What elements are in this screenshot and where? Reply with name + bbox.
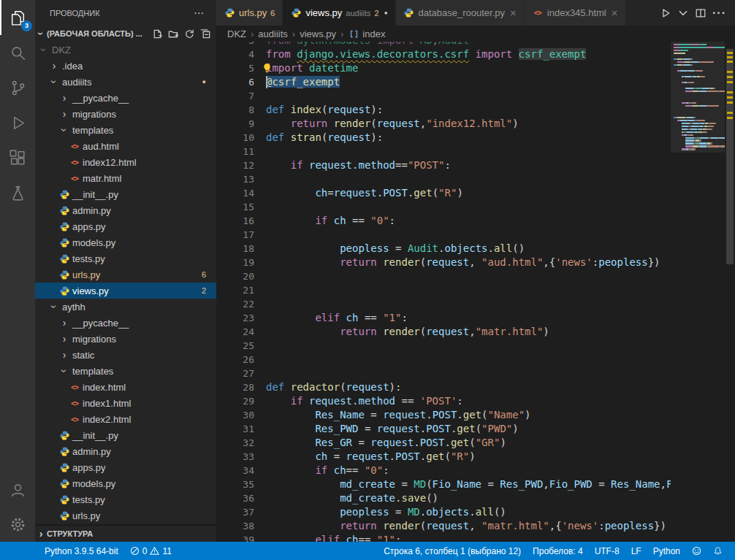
code-line-4[interactable]: 4from django.views.decorators.csrf impor… bbox=[216, 47, 671, 61]
code-line-21[interactable]: 21 bbox=[216, 283, 671, 297]
split-editor-button[interactable] bbox=[695, 7, 707, 19]
tab-urls.py[interactable]: urls.py6 bbox=[216, 0, 283, 26]
tree-file-__init__.py[interactable]: __init__.py bbox=[35, 186, 216, 202]
activity-search-button[interactable] bbox=[0, 35, 35, 70]
code-line-37[interactable]: 37 peopless = MD.objects.all() bbox=[216, 505, 671, 519]
code-line-18[interactable]: 18 peopless = Audit.objects.all() bbox=[216, 242, 671, 256]
tree-file-aud.html[interactable]: <>aud.html bbox=[35, 138, 216, 154]
collapse-all-button[interactable] bbox=[199, 27, 212, 40]
refresh-button[interactable] bbox=[183, 27, 196, 40]
activity-extensions-button[interactable] bbox=[0, 140, 35, 175]
indentation-status[interactable]: Пробелов: 4 bbox=[528, 542, 588, 560]
code-line-34[interactable]: 34 if ch== "0": bbox=[216, 464, 671, 477]
encoding-status[interactable]: UTF-8 bbox=[590, 542, 625, 560]
new-file-button[interactable] bbox=[151, 27, 164, 40]
code-line-11[interactable]: 11 bbox=[216, 145, 671, 158]
tree-file-views.py[interactable]: views.py2 bbox=[35, 283, 216, 299]
tree-file-apps.py[interactable]: apps.py bbox=[35, 459, 216, 475]
code-line-3[interactable]: 3from aythh.models import MD,Audit bbox=[216, 42, 671, 47]
code-line-23[interactable]: 23 elif ch == "1": bbox=[216, 311, 671, 325]
tree-file-index2.html[interactable]: <>index2.html bbox=[35, 411, 216, 427]
code-line-9[interactable]: 9 return render(request,"index12.html") bbox=[216, 117, 671, 131]
tree-folder-aythh[interactable]: ›aythh bbox=[35, 299, 216, 315]
lightbulb-icon[interactable] bbox=[262, 63, 273, 74]
workspace-section-header[interactable]: › (РАБОЧАЯ ОБЛАСТЬ) ... bbox=[35, 26, 216, 42]
code-line-35[interactable]: 35 md_create = MD(Fio_Name = Res_PWD,Fio… bbox=[216, 477, 671, 491]
tree-file-urls.py[interactable]: urls.py6 bbox=[35, 266, 216, 283]
code-line-27[interactable]: 27 bbox=[216, 367, 671, 380]
activity-testing-button[interactable] bbox=[0, 175, 35, 210]
outline-section-header[interactable]: › СТРУКТУРА bbox=[35, 525, 216, 542]
code-line-33[interactable]: 33 ch = request.POST.get("R") bbox=[216, 450, 671, 464]
code-line-14[interactable]: 14 ch=request.POST.get("R") bbox=[216, 186, 671, 200]
minimap[interactable] bbox=[671, 42, 725, 542]
code-line-22[interactable]: 22 bbox=[216, 297, 671, 311]
more-button[interactable]: ··· bbox=[712, 7, 726, 20]
tree-folder-audiiits[interactable]: ›audiiits● bbox=[35, 74, 216, 90]
code-line-10[interactable]: 10def stran(request): bbox=[216, 131, 671, 145]
code-line-38[interactable]: 38 return render(request, "matr.html",{'… bbox=[216, 519, 671, 533]
problems-status[interactable]: 0 11 bbox=[125, 542, 177, 560]
breadcrumb-symbol[interactable]: index bbox=[348, 28, 385, 39]
activity-explorer-button[interactable]: 3 bbox=[0, 0, 35, 35]
python-interpreter-status[interactable]: Python 3.9.5 64-bit bbox=[39, 542, 123, 560]
eol-status[interactable]: LF bbox=[626, 542, 647, 560]
code-line-8[interactable]: 8def index(request): bbox=[216, 103, 671, 117]
code-line-12[interactable]: 12 if request.method=="POST": bbox=[216, 158, 671, 172]
cursor-position-status[interactable]: Строка 6, столбец 1 (выбрано 12) bbox=[378, 542, 526, 560]
dirty-indicator-icon[interactable]: ● bbox=[384, 9, 388, 16]
language-status[interactable]: Python bbox=[648, 542, 685, 560]
tree-file-apps.py[interactable]: apps.py bbox=[35, 218, 216, 234]
more-actions-icon[interactable]: ··· bbox=[194, 9, 205, 18]
code-line-31[interactable]: 31 Res_PWD = request.POST.get("PWD") bbox=[216, 422, 671, 436]
tree-file-matr.html[interactable]: <>matr.html bbox=[35, 170, 216, 186]
tab-views.py[interactable]: views.pyaudiiits2● bbox=[283, 0, 395, 26]
code-line-29[interactable]: 29 if request.method == 'POST': bbox=[216, 394, 671, 408]
tree-file-urls.py[interactable]: urls.py bbox=[35, 507, 216, 523]
breadcrumb-audiiits[interactable]: audiiits bbox=[258, 28, 287, 39]
activity-run-debug-button[interactable] bbox=[0, 105, 35, 140]
code-line-39[interactable]: 39 elif ch== "1": bbox=[216, 533, 671, 542]
code-line-19[interactable]: 19 return render(request, "aud.html",{'n… bbox=[216, 256, 671, 269]
code-line-15[interactable]: 15 bbox=[216, 200, 671, 214]
close-icon[interactable]: × bbox=[510, 7, 517, 18]
tab-index345.html[interactable]: <>index345.html× bbox=[525, 0, 626, 26]
tree-folder-templates[interactable]: ›templates bbox=[35, 122, 216, 138]
tree-file-models.py[interactable]: models.py bbox=[35, 234, 216, 250]
code-line-17[interactable]: 17 bbox=[216, 228, 671, 242]
breadcrumb-DKZ[interactable]: DKZ bbox=[227, 28, 246, 39]
code-line-7[interactable]: 7 bbox=[216, 89, 671, 103]
code-line-5[interactable]: 5import datetime bbox=[216, 61, 671, 75]
tree-folder-__pycache__[interactable]: ›__pycache__ bbox=[35, 90, 216, 106]
code-line-32[interactable]: 32 Res_GR = request.POST.get("GR") bbox=[216, 436, 671, 450]
tree-folder-__pycache__[interactable]: ›__pycache__ bbox=[35, 315, 216, 331]
code-line-36[interactable]: 36 md_create.save() bbox=[216, 491, 671, 505]
tree-folder-templates[interactable]: ›templates bbox=[35, 363, 216, 379]
tree-file-tests.py[interactable]: tests.py bbox=[35, 250, 216, 266]
tree-file-__init__.py[interactable]: __init__.py bbox=[35, 427, 216, 443]
tree-folder-static[interactable]: ›static bbox=[35, 347, 216, 363]
tab-database_roouter.py[interactable]: database_roouter.py× bbox=[396, 0, 525, 26]
code-line-13[interactable]: 13 bbox=[216, 172, 671, 186]
tree-file-index.html[interactable]: <>index.html bbox=[35, 379, 216, 395]
code-line-16[interactable]: 16 if ch == "0": bbox=[216, 214, 671, 228]
tree-file-index1.html[interactable]: <>index1.html bbox=[35, 395, 216, 411]
vertical-scrollbar[interactable] bbox=[725, 42, 735, 542]
tree-folder-migrations[interactable]: ›migrations bbox=[35, 331, 216, 347]
tree-file-models.py[interactable]: models.py bbox=[35, 475, 216, 491]
tree-folder-.idea[interactable]: ›.idea bbox=[35, 58, 216, 74]
activity-settings-button[interactable] bbox=[0, 507, 35, 542]
code-line-25[interactable]: 25 bbox=[216, 339, 671, 353]
tree-file-tests.py[interactable]: tests.py bbox=[35, 491, 216, 507]
tree-folder-migrations[interactable]: ›migrations bbox=[35, 106, 216, 122]
code-line-26[interactable]: 26 bbox=[216, 353, 671, 367]
tree-file-admin.py[interactable]: admin.py bbox=[35, 202, 216, 218]
code-line-20[interactable]: 20 bbox=[216, 269, 671, 283]
code-line-28[interactable]: 28def redactor(request): bbox=[216, 380, 671, 394]
code-editor[interactable]: 3from aythh.models import MD,Audit4from … bbox=[216, 42, 735, 542]
tree-file-index12.html[interactable]: <>index12.html bbox=[35, 154, 216, 170]
breadcrumb-views.py[interactable]: views.py bbox=[300, 28, 336, 39]
activity-account-button[interactable] bbox=[0, 472, 35, 507]
code-line-24[interactable]: 24 return render(request,"matr.html") bbox=[216, 325, 671, 339]
run-button[interactable] bbox=[660, 7, 671, 19]
